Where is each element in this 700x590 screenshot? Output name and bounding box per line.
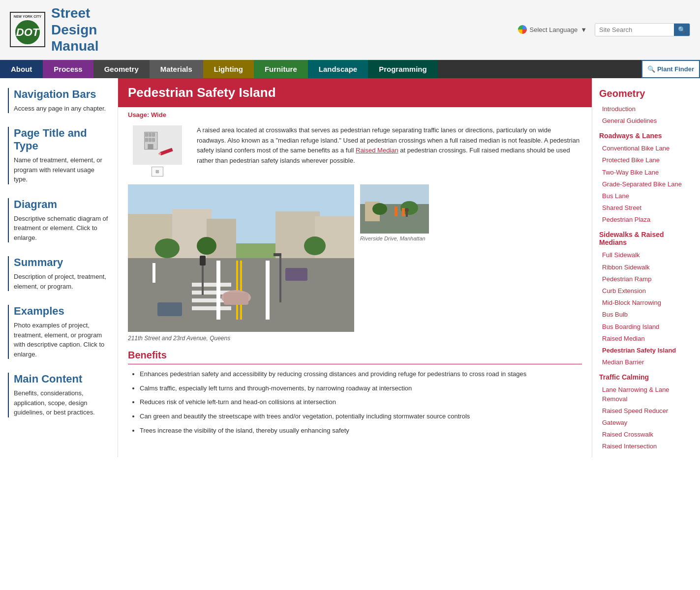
sidebar-link-general[interactable]: General Guidelines [599, 115, 693, 127]
annotation-examples: Examples Photo examples of project, trea… [8, 305, 110, 359]
annotation-nav-bars: Navigation Bars Access any page in any c… [8, 88, 110, 114]
sidebar-link-median-barrier[interactable]: Median Barrier [599, 356, 693, 368]
svg-rect-31 [224, 293, 248, 305]
diagram-image[interactable] [133, 125, 182, 165]
svg-rect-34 [279, 253, 281, 302]
svg-rect-35 [274, 253, 281, 256]
site-title-line1: Street [51, 5, 98, 22]
main-photo-caption: 211th Street and 23rd Avenue, Queens [128, 335, 354, 342]
annotation-summary-title: Summary [14, 256, 110, 269]
svg-rect-44 [395, 206, 397, 216]
svg-point-42 [372, 203, 387, 215]
nav-about[interactable]: About [0, 60, 43, 78]
google-icon [518, 25, 527, 34]
annotation-page-title-desc: Name of treatment, element, or program w… [14, 155, 110, 184]
svg-rect-1 [146, 133, 148, 136]
right-sidebar: Geometry Introduction General Guidelines… [592, 78, 700, 458]
sidebar-link-bus-bulb[interactable]: Bus Bulb [599, 309, 693, 321]
sidebar-link-full-sidewalk[interactable]: Full Sidewalk [599, 249, 693, 261]
annotation-main-content: Main Content Benefits, considerations, a… [8, 373, 110, 417]
sidebar-link-grade-separated[interactable]: Grade-Separated Bike Lane [599, 178, 693, 190]
content-area: ⊞ A raised area located at crosswalks th… [118, 120, 592, 450]
sidebar-link-twoway-bike[interactable]: Two-Way Bike Lane [599, 167, 693, 178]
svg-rect-5 [149, 138, 152, 142]
nav-materials[interactable]: Materials [150, 60, 203, 78]
sidebar-link-shared-street[interactable]: Shared Street [599, 202, 693, 214]
diagram-summary-row: ⊞ A raised area located at crosswalks th… [128, 125, 582, 177]
search-input[interactable] [595, 24, 674, 36]
nav-landscape[interactable]: Landscape [308, 60, 368, 78]
nav-programming[interactable]: Programming [368, 60, 438, 78]
sidebar-link-bus-lane[interactable]: Bus Lane [599, 190, 693, 202]
benefit-item-3: Reduces risk of vehicle left-turn and he… [140, 397, 582, 408]
sidebar-link-ribbon-sidewalk[interactable]: Ribbon Sidewalk [599, 262, 693, 273]
svg-rect-23 [266, 261, 270, 320]
benefits-list: Enhances pedestrian safety and accessibi… [128, 369, 582, 436]
sidebar-link-pedestrian-safety-island[interactable]: Pedestrian Safety Island [599, 345, 693, 356]
plant-finder-label: Plant Finder [657, 65, 694, 73]
sidebar-link-intro[interactable]: Introduction [599, 103, 693, 115]
annotation-page-title: Page Title and Type Name of treatment, e… [8, 127, 110, 184]
sidebar-traffic-title: Traffic Calming [599, 373, 693, 381]
sidebar-link-curb-extension[interactable]: Curb Extension [599, 285, 693, 297]
chevron-down-icon: ▼ [580, 26, 587, 33]
sidebar-link-raised-intersection[interactable]: Raised Intersection [599, 441, 693, 452]
sidebar-link-protected-bike[interactable]: Protected Bike Lane [599, 154, 693, 166]
lang-label: Select Language [530, 26, 578, 33]
svg-rect-2 [149, 133, 152, 136]
site-header: NEW YORK CITY DOT Street Design Manual S… [0, 0, 700, 60]
svg-rect-22 [216, 261, 220, 320]
raised-median-link[interactable]: Raised Median [356, 147, 398, 154]
annotation-main-content-desc: Benefits, considerations, application, s… [14, 388, 110, 417]
sidebar-link-midblock[interactable]: Mid-Block Narrowing [599, 297, 693, 309]
svg-rect-26 [192, 283, 231, 287]
annotation-diagram: Diagram Descriptive schematic diagram of… [8, 198, 110, 243]
plant-icon: 🔍 [647, 65, 655, 73]
benefit-item-5: Trees increase the visibility of the isl… [140, 426, 582, 436]
annotation-examples-desc: Photo examples of project, treatment, el… [14, 321, 110, 359]
nav-geometry[interactable]: Geometry [93, 60, 150, 78]
sidebar-link-raised-crosswalk[interactable]: Raised Crosswalk [599, 429, 693, 441]
sidebar-link-bus-boarding[interactable]: Bus Boarding Island [599, 321, 693, 333]
nav-furniture[interactable]: Furniture [254, 60, 308, 78]
svg-rect-45 [402, 208, 405, 216]
svg-point-46 [405, 208, 409, 212]
svg-rect-24 [236, 261, 238, 320]
side-photo[interactable] [360, 184, 429, 234]
annotation-diagram-desc: Descriptive schematic diagram of treatme… [14, 214, 110, 243]
main-photo[interactable] [128, 184, 354, 332]
usage-label: Usage: Wide [118, 107, 592, 120]
center-content-panel: Pedestrian Safety Island Usage: Wide [118, 78, 592, 458]
annotation-diagram-title: Diagram [14, 198, 110, 211]
sidebar-title: Geometry [599, 88, 693, 99]
sidebar-link-pedestrian-ramp[interactable]: Pedestrian Ramp [599, 273, 693, 285]
expand-icon[interactable]: ⊞ [152, 167, 163, 177]
photo-section: 211th Street and 23rd Avenue, Queens [128, 184, 582, 342]
main-photo-svg [128, 184, 354, 332]
svg-point-17 [155, 238, 180, 258]
svg-rect-3 [152, 133, 155, 136]
nav-process[interactable]: Process [43, 60, 93, 78]
svg-rect-47 [406, 212, 408, 217]
sidebar-link-raised-speed[interactable]: Raised Speed Reducer [599, 405, 693, 417]
svg-rect-4 [146, 138, 148, 142]
benefit-item-1: Enhances pedestrian safety and accessibi… [140, 369, 582, 380]
sidebar-link-raised-median[interactable]: Raised Median [599, 333, 693, 345]
language-select[interactable]: Select Language ▼ [518, 25, 587, 34]
annotation-nav-bars-title: Navigation Bars [14, 88, 110, 101]
main-wrapper: Navigation Bars Access any page in any c… [0, 78, 700, 458]
sidebar-link-gateway[interactable]: Gateway [599, 417, 693, 429]
search-button[interactable]: 🔍 [674, 24, 690, 36]
search-box: 🔍 [595, 23, 690, 36]
sidebar-link-conventional-bike[interactable]: Conventional Bike Lane [599, 143, 693, 154]
dot-text: DOT [16, 26, 39, 39]
annotation-summary: Summary Description of project, treatmen… [8, 256, 110, 291]
nav-lighting[interactable]: Lighting [203, 60, 254, 78]
sidebar-link-pedestrian-plaza[interactable]: Pedestrian Plaza [599, 214, 693, 226]
svg-rect-33 [285, 268, 307, 281]
annotation-main-content-title: Main Content [14, 373, 110, 385]
svg-rect-8 [160, 148, 173, 155]
site-title-line2: Design [51, 22, 98, 38]
sidebar-link-lane-narrowing[interactable]: Lane Narrowing & Lane Removal [599, 384, 693, 405]
plant-finder-button[interactable]: 🔍 Plant Finder [641, 60, 700, 78]
